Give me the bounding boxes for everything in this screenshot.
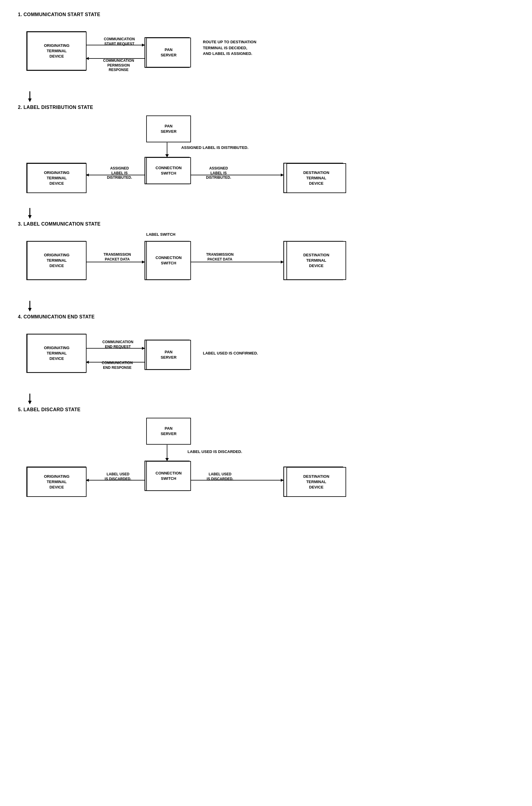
section5-title: 5. LABEL DISCARD STATE bbox=[18, 407, 514, 412]
connection-switch-box-s5: CONNECTIONSWITCH bbox=[146, 461, 191, 491]
comm-start-req-label: COMMUNICATIONSTART REQUEST bbox=[95, 37, 143, 46]
comm-end-resp-label: COMMUNICATIONEND RESPONSE bbox=[90, 361, 144, 370]
section4-annotation: LABEL USED IS CONFIRMED. bbox=[203, 350, 258, 356]
assigned-label-annotation-s2: ASSIGNED LABEL IS DISTRIBUTED. bbox=[173, 145, 256, 150]
transmission-left-s3: TRANSMISSIONPACKET DATA bbox=[92, 252, 142, 262]
section3: 3. LABEL COMMUNICATION STATE LABEL SWITC… bbox=[18, 222, 514, 292]
svg-marker-16 bbox=[281, 173, 284, 176]
originating-box-s3: ORIGINATINGTERMINALDEVICE bbox=[27, 241, 87, 280]
comm-end-req-label: COMMUNICATIONEND REQUEST bbox=[93, 340, 143, 349]
down-arrow-4 bbox=[26, 394, 514, 405]
svg-marker-37 bbox=[165, 458, 169, 461]
down-arrow-2 bbox=[26, 208, 514, 219]
down-arrow-1 bbox=[26, 91, 514, 103]
section4-title: 4. COMMUNICATION END STATE bbox=[18, 314, 514, 320]
section2: 2. LABEL DISTRIBUTION STATE PANSERVER CO… bbox=[18, 105, 514, 199]
svg-marker-35 bbox=[28, 401, 32, 404]
transmission-right-s3: TRANSMISSIONPACKET DATA bbox=[194, 252, 245, 262]
svg-marker-18 bbox=[28, 215, 32, 219]
svg-marker-25 bbox=[281, 261, 284, 264]
label-used-discarded-annotation: LABEL USED IS DISCARDED. bbox=[173, 449, 256, 455]
svg-marker-9 bbox=[165, 154, 169, 157]
svg-marker-27 bbox=[28, 308, 32, 311]
section1: 1. COMMUNICATION START STATE ORIGINATING… bbox=[18, 12, 514, 82]
pan-server-box-s4: PANSERVER bbox=[146, 340, 191, 370]
comm-perm-resp-label: COMMUNICATIONPERMISSIONRESPONSE bbox=[94, 58, 143, 73]
section4: 4. COMMUNICATION END STATE ORIGINATINGTE… bbox=[18, 314, 514, 385]
section1-annotation: ROUTE UP TO DESTINATIONTERMINAL IS DECID… bbox=[203, 39, 256, 57]
assigned-label-right-s2: ASSIGNEDLABEL ISDISTRIBUTED. bbox=[194, 166, 243, 180]
down-arrow-3 bbox=[26, 301, 514, 312]
section3-title: 3. LABEL COMMUNICATION STATE bbox=[18, 222, 514, 227]
section5: 5. LABEL DISCARD STATE PANSERVER CONNECT… bbox=[18, 407, 514, 504]
originating-box-s2: ORIGINATINGTERMINALDEVICE bbox=[27, 163, 87, 193]
section2-title: 2. LABEL DISTRIBUTION STATE bbox=[18, 105, 514, 110]
svg-marker-7 bbox=[28, 98, 32, 102]
label-used-disc-left: LABEL USEDIS DISCARDED. bbox=[92, 472, 144, 481]
assigned-label-left-s2: ASSIGNEDLABEL ISDISTRIBUTED. bbox=[95, 166, 144, 180]
label-used-disc-right: LABEL USEDIS DISCARDED. bbox=[194, 472, 246, 481]
originating-box-s5: ORIGINATINGTERMINALDEVICE bbox=[27, 467, 87, 497]
connection-switch-box-s2: CONNECTIONSWITCH bbox=[146, 157, 191, 184]
destination-box-s5: DESTINATIONTERMINALDEVICE bbox=[286, 467, 346, 497]
svg-marker-44 bbox=[281, 479, 284, 482]
destination-box-s3: DESTINATIONTERMINALDEVICE bbox=[286, 241, 346, 280]
destination-box-s2: DESTINATIONTERMINALDEVICE bbox=[286, 163, 346, 193]
section1-title: 1. COMMUNICATION START STATE bbox=[18, 12, 514, 17]
pan-server-box-s1: PANSERVER bbox=[146, 38, 191, 68]
connection-switch-box-s3: CONNECTIONSWITCH bbox=[146, 241, 191, 280]
originating-box-s4: ORIGINATINGTERMINALDEVICE bbox=[27, 334, 87, 373]
originating-box-s1: ORIGINATINGTERMINALDEVICE bbox=[27, 32, 87, 71]
